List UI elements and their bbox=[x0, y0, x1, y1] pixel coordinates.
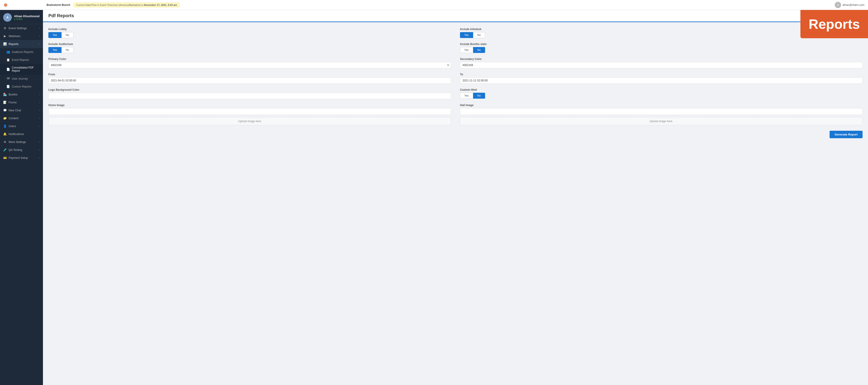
topbar-notice: Current Date/Time in Event Timezone (Ame… bbox=[74, 3, 180, 7]
include-lobby-group: Include Lobby Yes No bbox=[49, 28, 451, 38]
include-lobby-yes-btn[interactable]: Yes bbox=[49, 32, 61, 38]
reports-badge-label: Reports bbox=[809, 17, 860, 32]
sidebar-label-users: Users bbox=[8, 125, 16, 128]
include-booths-group: Include Booths stats Yes No bbox=[460, 42, 863, 53]
sidebar-username: Afnan Khushnood bbox=[14, 14, 40, 18]
form-grid: Include Lobby Yes No Include Infodesk Ye… bbox=[49, 28, 863, 125]
brand-icon: ⊕ bbox=[4, 2, 7, 8]
notifications-icon: 🔔 bbox=[3, 132, 7, 136]
include-auditorium-yes-btn[interactable]: Yes bbox=[49, 47, 61, 53]
from-input[interactable] bbox=[49, 77, 451, 84]
event-name: Brainstorm Bunch bbox=[46, 3, 70, 6]
logo-bg-color-input[interactable] bbox=[49, 93, 451, 99]
sidebar-status: Online bbox=[14, 18, 40, 20]
sidebar-label-custom-reports: Custom Reports bbox=[12, 85, 31, 88]
chevron-icon: ‹ bbox=[39, 117, 40, 119]
chevron-icon: ‹ bbox=[39, 27, 40, 29]
sidebar-item-consolidated-pdf[interactable]: 📄 Consolidated PDF Report bbox=[0, 64, 43, 75]
from-group: From bbox=[49, 73, 451, 84]
to-input[interactable] bbox=[460, 77, 863, 84]
qa-testing-icon: 🧪 bbox=[3, 148, 7, 152]
sidebar-item-notifications[interactable]: 🔔 Notifications bbox=[0, 130, 43, 138]
include-booths-label: Include Booths stats bbox=[460, 42, 863, 46]
sidebar-label-payment-setup: Payment Setup bbox=[8, 156, 28, 159]
sidebar-item-custom-reports[interactable]: 📑 Custom Reports bbox=[0, 83, 43, 90]
form-body: Include Lobby Yes No Include Infodesk Ye… bbox=[43, 22, 868, 144]
sidebar-item-audience-reports[interactable]: 👥 Audience Reports bbox=[0, 48, 43, 56]
custom-html-yes-btn[interactable]: Yes bbox=[460, 93, 473, 99]
sidebar-item-user-journey[interactable]: 🗺 User Journey bbox=[0, 75, 43, 83]
hall-image-label: Hall Image bbox=[460, 103, 863, 107]
brand: ⊕ bbox=[4, 2, 46, 8]
sidebar-item-forms[interactable]: 📝 Forms ‹ bbox=[0, 98, 43, 106]
users-icon: 👤 bbox=[3, 124, 7, 128]
sidebar-label-content: Content bbox=[8, 117, 19, 120]
sidebar: A Afnan Khushnood Online ⚙ Event Setting… bbox=[0, 10, 43, 385]
topbar: ⊕ Brainstorm Bunch Current Date/Time in … bbox=[0, 0, 868, 10]
sidebar-label-forms: Forms bbox=[8, 101, 17, 104]
home-image-upload[interactable]: Upload image here bbox=[49, 117, 451, 125]
include-lobby-toggle: Yes No bbox=[49, 32, 451, 38]
include-lobby-label: Include Lobby bbox=[49, 28, 451, 31]
sidebar-user-info: Afnan Khushnood Online bbox=[14, 14, 40, 20]
from-label: From bbox=[49, 73, 451, 76]
booths-icon: 🏪 bbox=[3, 93, 7, 96]
home-image-input-box bbox=[49, 108, 451, 115]
payment-setup-icon: 💳 bbox=[3, 156, 7, 159]
sidebar-item-users[interactable]: 👤 Users ‹ bbox=[0, 122, 43, 130]
audience-reports-icon: 👥 bbox=[6, 50, 10, 54]
chevron-icon: ‹ bbox=[39, 149, 40, 151]
primary-color-label: Primary Color bbox=[49, 57, 451, 61]
include-auditorium-toggle: Yes No bbox=[49, 47, 451, 53]
sidebar-label-booths: Booths bbox=[8, 93, 18, 96]
to-label: To bbox=[460, 73, 863, 76]
home-image-group: Home Image Upload image here bbox=[49, 103, 451, 125]
sidebar-item-event-settings[interactable]: ⚙ Event Settings ‹ bbox=[0, 24, 43, 32]
include-auditorium-label: Include Auditorium bbox=[49, 42, 451, 46]
event-reports-icon: 📋 bbox=[6, 58, 10, 62]
chevron-icon: ‹ bbox=[39, 141, 40, 143]
sidebar-item-more-settings[interactable]: ⚙ More Settings ‹ bbox=[0, 138, 43, 146]
sidebar-item-reports[interactable]: 📊 Reports ‹ bbox=[0, 40, 43, 48]
secondary-color-label: Secondary Color bbox=[460, 57, 863, 61]
include-booths-no-btn[interactable]: No bbox=[473, 47, 485, 53]
logo-bg-color-label: Logo Background Color bbox=[49, 88, 451, 91]
sidebar-item-booths[interactable]: 🏪 Booths ‹ bbox=[0, 90, 43, 98]
sidebar-label-event-reports: Event Reports bbox=[12, 58, 29, 62]
hall-image-group: Hall Image Upload image here. bbox=[460, 103, 863, 125]
event-settings-icon: ⚙ bbox=[3, 27, 7, 30]
home-image-label: Home Image bbox=[49, 103, 451, 107]
reports-badge: Reports bbox=[800, 10, 868, 38]
include-infodesk-yes-btn[interactable]: Yes bbox=[460, 32, 473, 38]
secondary-color-input[interactable] bbox=[460, 62, 863, 68]
chevron-icon: ‹ bbox=[39, 35, 40, 37]
sidebar-item-content[interactable]: 📁 Content ‹ bbox=[0, 114, 43, 122]
generate-report-button[interactable]: Generate Report bbox=[830, 131, 863, 138]
sidebar-item-new-chat[interactable]: 💬 New Chat ‹ bbox=[0, 106, 43, 114]
user-avatar-icon: A bbox=[835, 2, 841, 8]
sidebar-item-event-reports[interactable]: 📋 Event Reports bbox=[0, 56, 43, 64]
include-lobby-no-btn[interactable]: No bbox=[61, 32, 73, 38]
include-infodesk-no-btn[interactable]: No bbox=[473, 32, 485, 38]
hall-image-upload[interactable]: Upload image here. bbox=[460, 117, 863, 125]
sidebar-label-webinars: Webinars bbox=[8, 35, 21, 38]
primary-color-input[interactable] bbox=[49, 62, 451, 68]
new-chat-icon: 💬 bbox=[3, 109, 7, 112]
sidebar-item-webinars[interactable]: ▶ Webinars ‹ bbox=[0, 32, 43, 40]
webinars-icon: ▶ bbox=[3, 34, 7, 38]
sidebar-label-more-settings: More Settings bbox=[8, 141, 26, 144]
sidebar-label-reports: Reports bbox=[8, 42, 19, 46]
sidebar-item-qa-testing[interactable]: 🧪 QA Testing ‹ bbox=[0, 146, 43, 154]
page-header: Pdf Reports bbox=[43, 10, 868, 22]
sidebar-item-payment-setup[interactable]: 💳 Payment Setup ‹ bbox=[0, 154, 43, 162]
include-auditorium-no-btn[interactable]: No bbox=[61, 47, 73, 53]
custom-html-no-btn[interactable]: No bbox=[473, 93, 485, 99]
sidebar-label-new-chat: New Chat bbox=[8, 109, 21, 112]
include-booths-yes-btn[interactable]: Yes bbox=[460, 47, 473, 53]
user-journey-icon: 🗺 bbox=[6, 77, 10, 80]
copy-icon[interactable]: ⧉ bbox=[447, 63, 449, 67]
chevron-icon: ‹ bbox=[39, 109, 40, 112]
sidebar-label-qa-testing: QA Testing bbox=[8, 148, 22, 152]
reports-icon: 📊 bbox=[3, 42, 7, 46]
chevron-icon: ‹ bbox=[39, 43, 40, 45]
